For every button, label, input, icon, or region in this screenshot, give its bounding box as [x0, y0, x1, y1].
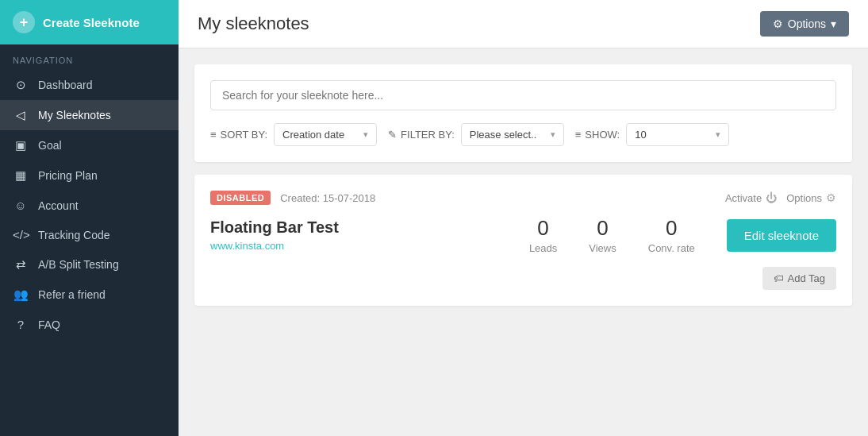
sort-arrow-icon: ▾: [363, 129, 368, 140]
dashboard-icon: ⊙: [13, 78, 29, 92]
code-icon: </>: [13, 228, 29, 241]
sidebar-item-account-label: Account: [38, 199, 79, 212]
account-icon: ☺: [13, 199, 29, 212]
plus-icon: +: [13, 11, 35, 33]
gear-icon: ⚙: [773, 17, 783, 30]
search-filter-card: ≡ SORT BY: Creation date ▾ ✎ FILTER BY: …: [194, 64, 852, 162]
conv-rate-value: 0: [648, 216, 695, 241]
show-select[interactable]: 10 ▾: [626, 123, 729, 146]
nav-section-label: NAVIGATION: [0, 44, 179, 70]
tag-icon: 🏷: [774, 272, 784, 284]
sort-select[interactable]: Creation date ▾: [274, 123, 377, 146]
filter-value: Please select..: [470, 129, 537, 141]
sort-icon: ≡: [210, 129, 217, 141]
sleeknote-options-label: Options: [786, 192, 822, 204]
options-label: Options: [788, 17, 826, 30]
stat-views: 0 Views: [589, 216, 616, 254]
leads-value: 0: [529, 216, 557, 241]
activate-label: Activate: [725, 192, 762, 204]
options-button[interactable]: ⚙ Options ▾: [760, 11, 849, 37]
views-value: 0: [589, 216, 616, 241]
show-value: 10: [635, 129, 646, 141]
sleeknote-body: Floating Bar Test www.kinsta.com 0 Leads…: [210, 216, 836, 254]
sleeknote-status-row: DISABLED Created: 15-07-2018: [210, 191, 375, 205]
sidebar-item-dashboard[interactable]: ⊙ Dashboard: [0, 70, 179, 100]
main-header: My sleeknotes ⚙ Options ▾: [179, 0, 868, 48]
sidebar-item-my-sleeknotes[interactable]: ◁ My Sleeknotes: [0, 100, 179, 130]
filter-icon: ✎: [388, 129, 397, 141]
page-title: My sleeknotes: [198, 14, 309, 34]
conv-rate-label: Conv. rate: [648, 242, 695, 254]
sleeknote-options-button[interactable]: Options ⚙: [786, 191, 836, 204]
dropdown-arrow-icon: ▾: [831, 17, 836, 30]
sort-group: ≡ SORT BY: Creation date ▾: [210, 123, 377, 146]
leads-label: Leads: [529, 242, 557, 254]
sleeknote-header: DISABLED Created: 15-07-2018 Activate ⏻ …: [210, 191, 836, 205]
pricing-icon: ▦: [13, 168, 29, 183]
sidebar-item-tracking-code[interactable]: </> Tracking Code: [0, 220, 179, 249]
sidebar-item-tracking-code-label: Tracking Code: [38, 229, 110, 241]
power-icon: ⏻: [766, 191, 777, 204]
sort-label: ≡ SORT BY:: [210, 129, 267, 141]
sidebar-item-refer-a-friend-label: Refer a friend: [38, 288, 106, 301]
sidebar-item-refer-a-friend[interactable]: 👥 Refer a friend: [0, 280, 179, 310]
sleeknote-stats: 0 Leads 0 Views 0 Conv. rate: [529, 216, 695, 254]
sidebar: + Create Sleeknote NAVIGATION ⊙ Dashboar…: [0, 0, 179, 436]
sidebar-item-my-sleeknotes-label: My Sleeknotes: [38, 109, 111, 122]
sort-value: Creation date: [282, 129, 344, 141]
show-group: ≡ SHOW: 10 ▾: [575, 123, 729, 146]
status-badge: DISABLED: [210, 191, 271, 205]
settings-icon: ⚙: [826, 191, 836, 204]
refer-icon: 👥: [13, 287, 29, 302]
stat-conv-rate: 0 Conv. rate: [648, 216, 695, 254]
edit-sleeknote-button[interactable]: Edit sleeknote: [727, 219, 836, 252]
sleeknote-name: Floating Bar Test: [210, 218, 497, 237]
add-tag-label: Add Tag: [788, 272, 825, 284]
faq-icon: ?: [13, 318, 29, 331]
show-icon: ≡: [575, 129, 582, 141]
goal-icon: ▣: [13, 138, 29, 152]
filter-arrow-icon: ▾: [551, 129, 555, 140]
create-sleeknote-label: Create Sleeknote: [43, 16, 140, 29]
filter-select[interactable]: Please select.. ▾: [461, 123, 564, 146]
search-input[interactable]: [210, 80, 836, 110]
main-content: My sleeknotes ⚙ Options ▾ ≡ SORT BY: Cre…: [179, 0, 868, 436]
show-label: ≡ SHOW:: [575, 129, 620, 141]
sidebar-item-ab-split-testing[interactable]: ⇄ A/B Split Testing: [0, 249, 179, 280]
sleeknote-info: Floating Bar Test www.kinsta.com: [210, 218, 497, 252]
filter-label: ✎ FILTER BY:: [388, 129, 455, 141]
sleeknote-url[interactable]: www.kinsta.com: [210, 240, 497, 252]
page-body: ≡ SORT BY: Creation date ▾ ✎ FILTER BY: …: [179, 48, 868, 436]
add-tag-row: 🏷 Add Tag: [210, 267, 836, 290]
created-date: Created: 15-07-2018: [280, 192, 375, 204]
sidebar-item-account[interactable]: ☺ Account: [0, 191, 179, 220]
add-tag-button[interactable]: 🏷 Add Tag: [762, 267, 836, 290]
sleeknote-card: DISABLED Created: 15-07-2018 Activate ⏻ …: [194, 175, 852, 306]
sidebar-item-pricing-plan-label: Pricing Plan: [38, 169, 98, 182]
sidebar-item-faq-label: FAQ: [38, 318, 60, 331]
activate-button[interactable]: Activate ⏻: [725, 191, 777, 204]
sidebar-item-goal[interactable]: ▣ Goal: [0, 130, 179, 160]
stat-leads: 0 Leads: [529, 216, 557, 254]
ab-icon: ⇄: [13, 257, 29, 272]
show-arrow-icon: ▾: [716, 129, 720, 140]
filter-row: ≡ SORT BY: Creation date ▾ ✎ FILTER BY: …: [210, 123, 836, 146]
share-icon: ◁: [13, 108, 29, 122]
filter-group: ✎ FILTER BY: Please select.. ▾: [388, 123, 564, 146]
sidebar-item-dashboard-label: Dashboard: [38, 79, 93, 91]
sidebar-item-ab-split-testing-label: A/B Split Testing: [38, 258, 119, 271]
sidebar-item-faq[interactable]: ? FAQ: [0, 310, 179, 339]
create-sleeknote-button[interactable]: + Create Sleeknote: [0, 0, 179, 44]
sleeknote-actions: Activate ⏻ Options ⚙: [725, 191, 836, 204]
sidebar-item-pricing-plan[interactable]: ▦ Pricing Plan: [0, 160, 179, 191]
sidebar-item-goal-label: Goal: [38, 139, 62, 152]
views-label: Views: [589, 242, 616, 254]
